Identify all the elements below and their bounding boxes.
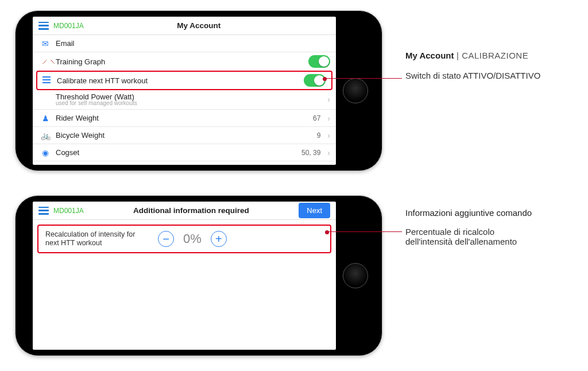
callout-desc-line2: dell'intensità dell'allenamento: [405, 237, 532, 246]
nav-bar: MD001JA My Account: [33, 17, 336, 35]
device-id: MD001JA: [53, 207, 84, 215]
toggle-training-graph[interactable]: [308, 55, 330, 68]
row-sublabel: used for self managed workouts: [56, 100, 137, 106]
row-label: Email: [56, 39, 75, 48]
nav-bar: MD001JA Additional information required …: [33, 202, 336, 220]
toggle-calibrate[interactable]: [304, 74, 326, 87]
callout-desc: Switch di stato ATTIVO/DISATTIVO: [405, 71, 540, 80]
callout-top: My Account | CALIBRAZIONE Switch di stat…: [405, 51, 540, 80]
chevron-right-icon: ›: [327, 114, 330, 123]
screen-my-account: MD001JA My Account ✉ Email ⟋⟍ Training G…: [33, 17, 336, 165]
row-email[interactable]: ✉ Email: [33, 35, 336, 52]
row-threshold[interactable]: Threshold Power (Watt) used for self man…: [33, 90, 336, 110]
row-cogset[interactable]: ◉ Cogset 50, 39 ›: [33, 144, 336, 161]
row-bicycle-weight[interactable]: 🚲 Bicycle Weight 9 ›: [33, 127, 336, 144]
callout-line-bottom: [327, 231, 402, 232]
callout-heading: My Account | CALIBRAZIONE: [405, 51, 540, 60]
callout-heading: Informazioni aggiuntive comando: [405, 208, 532, 218]
row-training-graph[interactable]: ⟋⟍ Training Graph: [33, 52, 336, 71]
recalc-value: 0%: [183, 231, 202, 246]
home-button[interactable]: [343, 78, 368, 103]
increase-button[interactable]: +: [211, 231, 227, 247]
row-recalc-intensity: Recalculation of intensity for next HTT …: [37, 225, 331, 253]
row-value: 9: [317, 132, 321, 140]
row-value: 67: [313, 114, 320, 122]
page-title: Additional information required: [88, 206, 295, 215]
screen-additional-info: MD001JA Additional information required …: [33, 202, 336, 350]
chevron-right-icon: ›: [327, 131, 330, 140]
sliders-icon: [42, 76, 51, 85]
row-label: Calibrate next HTT workout: [57, 76, 148, 85]
row-label: Bicycle Weight: [56, 131, 105, 140]
page-title: My Account: [88, 21, 310, 30]
phone-frame-top: MD001JA My Account ✉ Email ⟋⟍ Training G…: [15, 10, 382, 171]
row-value: 50, 39: [301, 149, 320, 157]
home-button[interactable]: [343, 263, 368, 288]
callout-desc-line1: Percentuale di ricalcolo: [405, 227, 532, 237]
settings-list: ✉ Email ⟋⟍ Training Graph Calibrate next…: [33, 35, 336, 165]
next-button[interactable]: Next: [299, 203, 330, 218]
row-label: Training Graph: [56, 57, 105, 66]
menu-icon[interactable]: [38, 207, 49, 215]
person-icon: ♟: [41, 114, 50, 123]
gear-icon: ◉: [41, 148, 50, 157]
pulse-icon: ⟋⟍: [41, 57, 50, 66]
row-cassette[interactable]: ◉ Cassette 11, 12, 13, 14, 15, 17, 19, 2…: [33, 161, 336, 165]
device-id: MD001JA: [53, 22, 84, 30]
phone-frame-bottom: MD001JA Additional information required …: [15, 195, 382, 356]
row-rider-weight[interactable]: ♟ Rider Weight 67 ›: [33, 110, 336, 127]
chevron-right-icon: ›: [327, 148, 330, 157]
chevron-right-icon: ›: [327, 95, 330, 104]
decrease-button[interactable]: −: [158, 231, 174, 247]
row-label: Rider Weight: [56, 114, 99, 122]
recalc-label: Recalculation of intensity for next HTT …: [45, 230, 149, 248]
menu-icon[interactable]: [38, 22, 49, 30]
bicycle-icon: 🚲: [41, 131, 50, 140]
row-label: Cogset: [56, 148, 79, 157]
row-calibrate[interactable]: Calibrate next HTT workout: [36, 71, 332, 90]
callout-bottom: Informazioni aggiuntive comando Percentu…: [405, 208, 532, 246]
callout-line-top: [325, 78, 402, 79]
mail-icon: ✉: [41, 39, 50, 48]
